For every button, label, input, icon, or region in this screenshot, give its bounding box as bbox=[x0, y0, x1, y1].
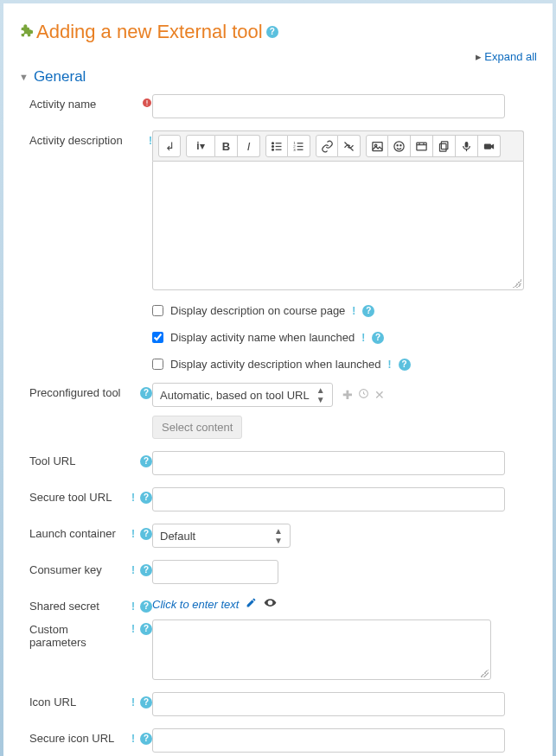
form-page: Adding a new External tool ? Expand all … bbox=[3, 3, 553, 756]
svg-rect-22 bbox=[441, 141, 448, 149]
preconfigured-tool-select[interactable]: Automatic, based on tool URL ▲▼ bbox=[152, 383, 333, 407]
eye-icon[interactable] bbox=[264, 596, 277, 612]
help-icon[interactable]: ? bbox=[140, 733, 152, 745]
help-icon[interactable]: ? bbox=[140, 492, 152, 504]
add-tool-icon[interactable]: ✚ bbox=[342, 388, 353, 402]
help-icon[interactable]: ? bbox=[140, 455, 152, 467]
select-value: Automatic, based on tool URL bbox=[160, 389, 310, 402]
toolbar-image-icon[interactable] bbox=[366, 135, 388, 157]
advanced-icon: ! bbox=[131, 528, 135, 540]
help-icon[interactable]: ? bbox=[140, 600, 152, 613]
toolbar-link-icon[interactable] bbox=[316, 135, 338, 157]
row-icon-url: Icon URL ! ? bbox=[19, 692, 537, 716]
page-title-text: Adding a new External tool bbox=[36, 21, 263, 43]
svg-point-3 bbox=[272, 142, 273, 143]
checkbox-display-name-launched[interactable] bbox=[152, 332, 163, 343]
secure-tool-url-input[interactable] bbox=[152, 487, 505, 511]
toolbar-bold-icon[interactable]: B bbox=[215, 135, 238, 157]
chevron-down-icon: ▼ bbox=[19, 72, 29, 82]
label-text: Consumer key bbox=[29, 563, 102, 576]
section-general[interactable]: ▼ General bbox=[19, 68, 537, 86]
help-icon[interactable]: ? bbox=[140, 623, 152, 635]
custom-parameters-textarea[interactable] bbox=[152, 619, 491, 680]
toolbar-media-icon[interactable] bbox=[411, 135, 433, 157]
edit-tool-icon[interactable] bbox=[358, 388, 369, 402]
label-text: Secure tool URL bbox=[29, 491, 112, 504]
label-text: Activity name bbox=[29, 98, 96, 111]
toolbar-video-icon[interactable] bbox=[478, 135, 501, 157]
consumer-key-input[interactable] bbox=[152, 560, 278, 584]
toolbar-emoji-icon[interactable] bbox=[388, 135, 411, 157]
toolbar-mic-icon[interactable] bbox=[456, 135, 478, 157]
launch-container-select[interactable]: Default ▲▼ bbox=[152, 524, 291, 548]
advanced-icon: ! bbox=[131, 600, 135, 613]
select-content-button[interactable]: Select content bbox=[152, 416, 242, 439]
toolbar-italic-icon[interactable]: I bbox=[238, 135, 260, 157]
chevron-updown-icon: ▲▼ bbox=[316, 385, 325, 404]
toolbar-ul-icon[interactable] bbox=[265, 135, 288, 157]
checkbox-display-desc-course[interactable] bbox=[152, 305, 163, 316]
row-secure-icon-url: Secure icon URL ! ? bbox=[19, 728, 537, 753]
icon-url-input[interactable] bbox=[152, 692, 505, 716]
secure-icon-url-input[interactable] bbox=[152, 728, 505, 753]
svg-rect-1 bbox=[147, 100, 148, 104]
required-icon bbox=[142, 98, 152, 111]
toolbar-files-icon[interactable] bbox=[433, 135, 456, 157]
label-launch-container: Launch container ! ? bbox=[19, 524, 152, 540]
svg-point-5 bbox=[272, 145, 273, 147]
check-display-desc-launched: Display activity description when launch… bbox=[152, 358, 537, 371]
help-icon[interactable]: ? bbox=[266, 26, 278, 38]
label-custom-parameters: Custom parameters ! ? bbox=[19, 619, 152, 649]
checkbox-display-desc-launched[interactable] bbox=[152, 359, 163, 370]
toolbar-styles-icon[interactable]: i ▾ bbox=[186, 135, 215, 157]
help-icon[interactable]: ? bbox=[140, 564, 152, 576]
label-shared-secret: Shared secret ! ? bbox=[19, 596, 152, 613]
help-icon[interactable]: ? bbox=[399, 359, 411, 371]
svg-point-28 bbox=[270, 601, 272, 604]
advanced-icon: ! bbox=[131, 564, 135, 576]
editor-toolbar: ↲ i ▾ B I 123 bbox=[152, 130, 524, 161]
advanced-icon: ! bbox=[131, 733, 135, 745]
label-activity-description: Activity description ! bbox=[19, 130, 152, 147]
help-icon[interactable]: ? bbox=[362, 305, 374, 317]
expand-all-link[interactable]: Expand all bbox=[19, 50, 537, 63]
svg-rect-23 bbox=[440, 143, 447, 151]
check-display-desc-course: Display description on course page ! ? bbox=[152, 304, 537, 317]
label-text: Activity description bbox=[29, 134, 123, 147]
help-icon[interactable]: ? bbox=[140, 696, 152, 708]
advanced-icon: ! bbox=[352, 305, 355, 317]
puzzle-icon bbox=[19, 23, 33, 41]
row-consumer-key: Consumer key ! ? bbox=[19, 560, 537, 584]
label-secure-icon-url: Secure icon URL ! ? bbox=[19, 728, 152, 745]
delete-tool-icon[interactable]: ✕ bbox=[374, 388, 385, 402]
toolbar-toggle-icon[interactable]: ↲ bbox=[158, 135, 181, 157]
activity-name-input[interactable] bbox=[152, 94, 505, 118]
label-text: Tool URL bbox=[29, 454, 75, 467]
advanced-icon: ! bbox=[388, 359, 392, 371]
help-icon[interactable]: ? bbox=[372, 332, 384, 344]
label-tool-url: Tool URL ? bbox=[19, 451, 152, 467]
checkbox-label: Display description on course page bbox=[170, 304, 345, 317]
svg-point-18 bbox=[394, 141, 404, 150]
svg-rect-16 bbox=[372, 142, 381, 150]
label-icon-url: Icon URL ! ? bbox=[19, 692, 152, 708]
svg-text:3: 3 bbox=[293, 147, 296, 151]
activity-description-editor[interactable] bbox=[152, 161, 524, 290]
row-custom-parameters: Custom parameters ! ? bbox=[19, 619, 537, 680]
help-icon[interactable]: ? bbox=[140, 387, 152, 399]
row-activity-description: Activity description ! ↲ i ▾ B I 123 bbox=[19, 130, 537, 371]
toolbar-unlink-icon[interactable] bbox=[338, 135, 361, 157]
shared-secret-text: Click to enter text bbox=[152, 598, 239, 611]
label-preconfigured-tool: Preconfigured tool ? bbox=[19, 383, 152, 399]
checkbox-label: Display activity description when launch… bbox=[170, 358, 381, 371]
advanced-icon: ! bbox=[131, 623, 135, 635]
tool-url-input[interactable] bbox=[152, 451, 505, 475]
shared-secret-link[interactable]: Click to enter text bbox=[152, 596, 277, 612]
help-icon[interactable]: ? bbox=[140, 528, 152, 540]
page-title: Adding a new External tool ? bbox=[19, 21, 537, 43]
svg-point-19 bbox=[397, 144, 398, 145]
row-activity-name: Activity name bbox=[19, 94, 537, 118]
svg-rect-2 bbox=[147, 105, 148, 105]
toolbar-ol-icon[interactable]: 123 bbox=[288, 135, 310, 157]
row-secure-tool-url: Secure tool URL ! ? bbox=[19, 487, 537, 511]
